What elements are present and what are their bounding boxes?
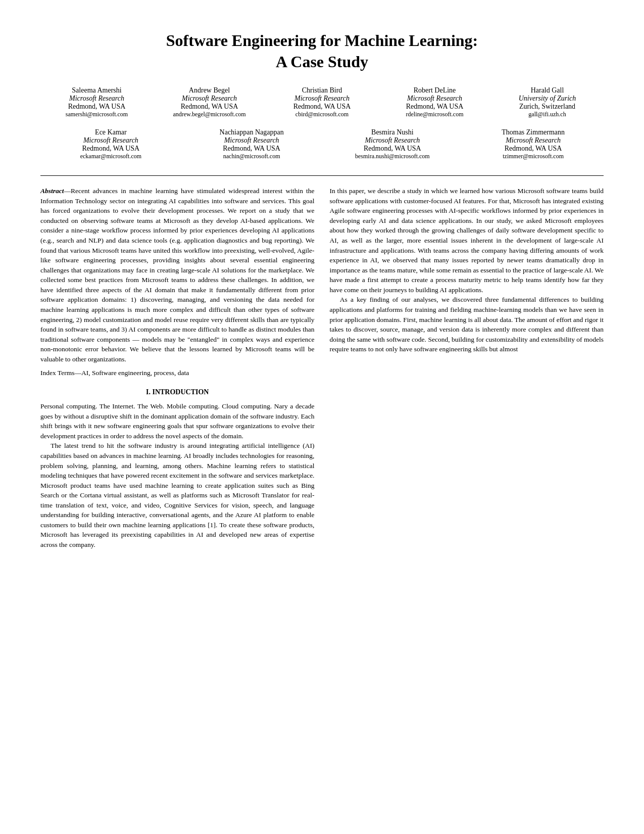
author-gall: Harald Gall University of Zurich Zurich,… bbox=[491, 86, 604, 118]
section-divider bbox=[40, 175, 604, 176]
abstract-body: Recent advances in machine learning have… bbox=[40, 187, 315, 363]
intro-paragraph-3: In this paper, we describe a study in wh… bbox=[330, 186, 604, 295]
section1-heading: I. Introduction bbox=[40, 387, 315, 397]
authors-row-2: Ece Kamar Microsoft Research Redmond, WA… bbox=[40, 128, 604, 160]
paper-title: Software Engineering for Machine Learnin… bbox=[40, 30, 604, 72]
page-container: Software Engineering for Machine Learnin… bbox=[40, 30, 604, 550]
intro-paragraph-4: As a key finding of our analyses, we dis… bbox=[330, 295, 604, 354]
author-nagappan: Nachiappan Nagappan Microsoft Research R… bbox=[181, 128, 322, 160]
authors-row-1: Saleema Amershi Microsoft Research Redmo… bbox=[40, 86, 604, 118]
abstract-label: Abstract bbox=[40, 187, 64, 195]
author-nushi: Besmira Nushi Microsoft Research Redmond… bbox=[322, 128, 463, 160]
title-section: Software Engineering for Machine Learnin… bbox=[40, 30, 604, 72]
author-deline: Robert DeLine Microsoft Research Redmond… bbox=[378, 86, 491, 118]
author-begel: Andrew Begel Microsoft Research Redmond,… bbox=[153, 86, 266, 118]
author-bird: Christian Bird Microsoft Research Redmon… bbox=[266, 86, 378, 118]
intro-paragraph-2: The latest trend to hit the software ind… bbox=[40, 441, 315, 549]
left-column: Abstract—Recent advances in machine lear… bbox=[40, 186, 315, 549]
main-content: Abstract—Recent advances in machine lear… bbox=[40, 186, 604, 549]
right-column: In this paper, we describe a study in wh… bbox=[330, 186, 604, 549]
abstract-paragraph: Abstract—Recent advances in machine lear… bbox=[40, 186, 315, 364]
author-amershi: Saleema Amershi Microsoft Research Redmo… bbox=[40, 86, 153, 118]
intro-paragraph-1: Personal computing. The Internet. The We… bbox=[40, 401, 315, 441]
index-terms: Index Terms—AI, Software engineering, pr… bbox=[40, 368, 315, 378]
author-zimmermann: Thomas Zimmermann Microsoft Research Red… bbox=[463, 128, 604, 160]
author-kamar: Ece Kamar Microsoft Research Redmond, WA… bbox=[40, 128, 181, 160]
abstract-dash: — bbox=[64, 187, 71, 195]
